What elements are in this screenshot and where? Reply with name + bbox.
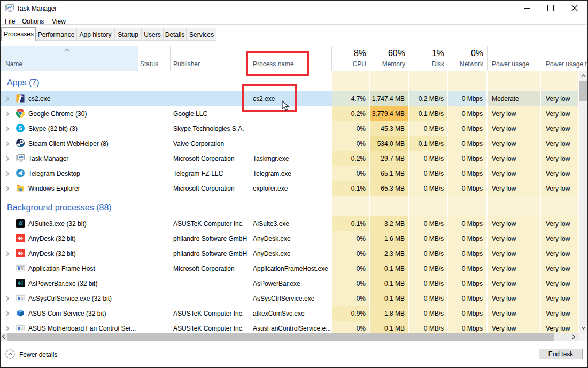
svg-text:S: S bbox=[18, 125, 22, 131]
